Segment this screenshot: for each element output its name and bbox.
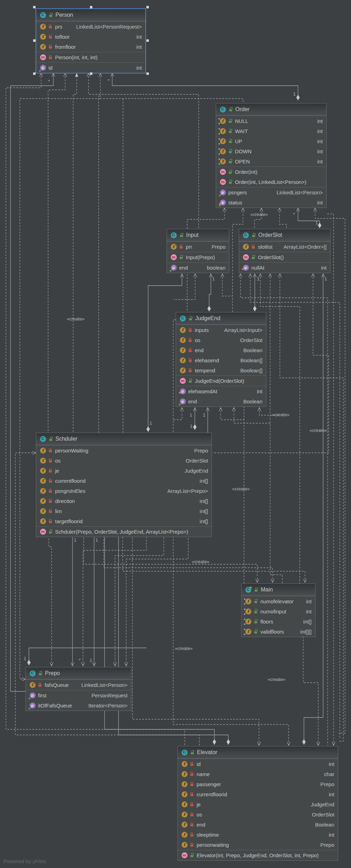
class-header[interactable]: C Order [216, 103, 326, 116]
member-row[interactable]: f fafsQueue LinkedList<Person> [26, 680, 131, 690]
member-row[interactable]: f slotlist ArrayList<Order>[] [239, 242, 330, 252]
member-row[interactable]: p first PersonRequest [26, 690, 131, 700]
class-name: Main [261, 587, 273, 593]
member-row[interactable]: f je JudgeEnd [36, 466, 212, 476]
unlock-icon [180, 233, 183, 238]
multiplicity-label: * [79, 658, 81, 663]
member-row[interactable]: f personWaiting Prepo [36, 445, 212, 456]
member-row[interactable]: f tofloor int [36, 32, 145, 42]
member-name: validfloors [260, 629, 284, 635]
member-row[interactable]: f UP int [216, 136, 326, 146]
selection-handle[interactable] [90, 72, 92, 75]
class-header[interactable]: C Main [242, 584, 315, 596]
member-row[interactable]: m Elevator(int, Prepo, JudgeEnd, OrderSl… [178, 850, 338, 860]
member-row[interactable]: f personwaiting Prepo [178, 840, 338, 850]
member-row[interactable]: p itOfFafsQueue Iterator<Person> [26, 700, 131, 711]
selection-handle[interactable] [33, 6, 36, 8]
member-row[interactable]: f prr Prepo [167, 242, 229, 252]
member-type: Iterator<Person> [83, 703, 128, 708]
member-row[interactable]: f os OrderSlot [178, 809, 338, 820]
member-row[interactable]: m Order(int, LinkedList<Person>) [216, 177, 326, 187]
class-node-main[interactable]: C Main f numofelevator int f [241, 583, 315, 637]
member-row[interactable]: p elehasendAt int [176, 386, 266, 396]
member-row[interactable]: p end Boolean [176, 396, 266, 406]
member-row[interactable]: m Input(Prepo) [167, 252, 229, 262]
member-row[interactable]: f DOWN int [216, 146, 326, 156]
member-row[interactable]: f end Boolean [176, 345, 266, 355]
member-row[interactable]: f psngrsInEles ArrayList<Prepo> [36, 486, 212, 496]
member-row[interactable]: f NULL int [216, 116, 326, 126]
member-row[interactable]: f prs LinkedList<PersonRequest> [36, 22, 145, 32]
selection-handle[interactable] [146, 72, 149, 75]
member-row[interactable]: f end Boolean [178, 820, 338, 830]
class-name: Order [235, 106, 250, 113]
member-row[interactable]: f currentfloorid int[] [36, 476, 212, 486]
class-node-orderslot[interactable]: C OrderSlot f slotlist ArrayList<Order>[… [239, 229, 330, 273]
member-row[interactable]: f tempend Boolean[] [176, 365, 266, 375]
member-row[interactable]: p id int [36, 63, 145, 73]
selection-handle[interactable] [90, 6, 92, 8]
member-row[interactable]: p end boolean [167, 263, 229, 273]
member-row[interactable]: f direction int[] [36, 496, 212, 506]
field-icon: f [220, 128, 226, 134]
getter-dot-icon [39, 70, 41, 72]
member-row[interactable]: p nullAt int [239, 263, 330, 273]
selection-handle[interactable] [33, 72, 36, 75]
member-row[interactable]: f OPEN int [216, 156, 326, 166]
member-row[interactable]: m Person(int, int, int) [36, 52, 145, 62]
class-header[interactable]: C Input [167, 229, 229, 241]
selection-handle[interactable] [146, 6, 149, 8]
class-node-prepo[interactable]: C Prepo f fafsQueue LinkedList<Person> p… [25, 667, 131, 711]
member-row[interactable]: p psngers LinkedList<Person> [216, 187, 326, 197]
member-type: int [323, 791, 334, 797]
class-header[interactable]: C Schduler [36, 433, 212, 445]
member-row[interactable]: f validfloors int[][] [242, 627, 315, 637]
member-row[interactable]: f name char [178, 769, 338, 779]
member-row[interactable]: m Order(int) [216, 167, 326, 177]
member-row[interactable]: f inputs ArrayList<Input> [176, 325, 266, 335]
field-icon: f [40, 24, 46, 30]
class-node-input[interactable]: C Input f prr Prepo m Input(Prepo) [167, 229, 229, 273]
class-header[interactable]: C OrderSlot [239, 229, 330, 241]
member-row[interactable]: p status int [216, 197, 326, 208]
member-name: currentfloorid [55, 478, 86, 484]
member-row[interactable]: f os OrderSlot [176, 335, 266, 345]
member-row[interactable]: f os OrderSlot [36, 456, 212, 466]
class-node-person[interactable]: C Person f prs LinkedList<PersonRequest>… [36, 9, 146, 73]
member-row[interactable]: f id int [178, 759, 338, 769]
class-header[interactable]: C Person [36, 9, 145, 21]
class-header[interactable]: C Elevator [178, 746, 338, 759]
unlock-icon [254, 619, 258, 624]
member-row[interactable]: f floors int[] [242, 617, 315, 627]
class-node-elevator[interactable]: C Elevator f id int f name char [177, 746, 338, 861]
member-row[interactable]: f currentfloorid int [178, 789, 338, 799]
class-node-order[interactable]: C Order f NULL int f [216, 103, 327, 208]
member-row[interactable]: f lim int[] [36, 506, 212, 516]
member-row[interactable]: f passenger Prepo [178, 779, 338, 789]
class-header[interactable]: C Prepo [26, 667, 131, 680]
member-row[interactable]: f fromfloor int [36, 42, 145, 52]
field-icon: f [40, 468, 46, 474]
member-row[interactable]: f je JudgeEnd [178, 799, 338, 809]
unlock-icon [49, 437, 53, 441]
member-name: first [38, 692, 46, 698]
member-section: m JudgeEnd(OrderSlot) [176, 375, 266, 386]
member-row[interactable]: f WAIT int [216, 126, 326, 136]
member-type: ArrayList<Input> [219, 327, 262, 333]
selection-handle[interactable] [33, 39, 36, 42]
class-header[interactable]: C JudgeEnd [176, 312, 266, 325]
member-row[interactable]: m Schduler(Prepo, OrderSlot, JudgeEnd, A… [36, 527, 212, 537]
class-node-judgeend[interactable]: C JudgeEnd f inputs ArrayList<Input> f o… [176, 312, 266, 407]
member-row[interactable]: m JudgeEnd(OrderSlot) [176, 376, 266, 386]
member-row[interactable]: f sleeptime int [178, 830, 338, 840]
member-row[interactable]: f numofinput int [242, 606, 315, 617]
member-row[interactable]: f elehasend Boolean[] [176, 355, 266, 365]
lock-icon [190, 802, 194, 807]
selection-handle[interactable] [146, 39, 149, 42]
unlock-icon [228, 159, 232, 164]
member-row[interactable]: f targetfloorid int[] [36, 516, 212, 526]
member-row[interactable]: m OrderSlot() [239, 252, 330, 262]
class-node-schduler[interactable]: C Schduler f personWaiting Prepo f os Or… [36, 433, 212, 537]
member-name: fromfloor [55, 44, 76, 50]
member-row[interactable]: f numofelevator int [242, 596, 315, 606]
